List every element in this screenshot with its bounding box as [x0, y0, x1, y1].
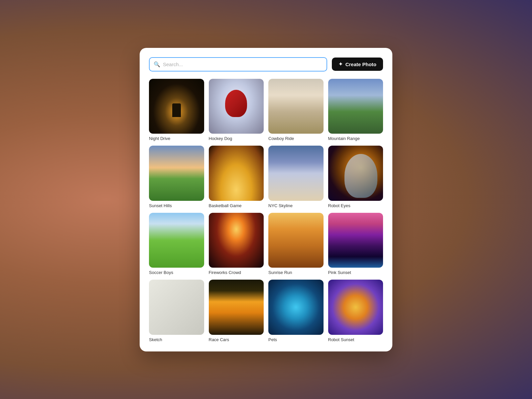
create-photo-button[interactable]: ✦ Create Photo [332, 58, 383, 71]
photo-race-cars [209, 280, 264, 335]
main-panel: 🔍 ✦ Create Photo Night DriveHockey DogCo… [140, 48, 392, 351]
photo-night-drive [149, 79, 204, 134]
photo-label-robot2: Robot Sunset [328, 337, 383, 342]
photo-sunset-hills [149, 146, 204, 201]
grid-item-pink-sunset[interactable]: Pink Sunset [328, 213, 383, 275]
photo-sunrise-run [268, 213, 324, 268]
photo-grid: Night DriveHockey DogCowboy RideMountain… [149, 79, 383, 342]
header: 🔍 ✦ Create Photo [149, 57, 383, 71]
photo-pets [268, 280, 324, 335]
search-wrapper: 🔍 [149, 57, 327, 71]
photo-label-race-cars: Race Cars [209, 337, 264, 342]
photo-label-sunrise-run: Sunrise Run [268, 270, 324, 275]
photo-label-robot-eyes: Robot Eyes [328, 203, 383, 208]
photo-robot2 [328, 280, 383, 335]
photo-label-sunset-hills: Sunset Hills [149, 203, 204, 208]
photo-pink-sunset [328, 213, 383, 268]
search-input[interactable] [149, 57, 327, 71]
photo-cowboy-ride [268, 79, 324, 134]
grid-item-fireworks-crowd[interactable]: Fireworks Crowd [209, 213, 264, 275]
photo-label-nyc-skyline: NYC Skyline [268, 203, 324, 208]
photo-robot-eyes [328, 146, 383, 201]
grid-item-robot2[interactable]: Robot Sunset [328, 280, 383, 342]
photo-fireworks-crowd [209, 213, 264, 268]
create-button-label: Create Photo [345, 62, 376, 67]
photo-mountain-range [328, 79, 383, 134]
search-icon: 🔍 [154, 61, 160, 67]
grid-item-nyc-skyline[interactable]: NYC Skyline [268, 146, 324, 208]
grid-item-basketball-game[interactable]: Basketball Game [209, 146, 264, 208]
photo-nyc-skyline [268, 146, 324, 201]
photo-soccer-boys [149, 213, 204, 268]
photo-label-sketch: Sketch [149, 337, 204, 342]
photo-label-basketball-game: Basketball Game [209, 203, 264, 208]
create-icon: ✦ [338, 61, 343, 67]
photo-label-fireworks-crowd: Fireworks Crowd [209, 270, 264, 275]
grid-item-mountain-range[interactable]: Mountain Range [328, 79, 383, 141]
photo-label-pink-sunset: Pink Sunset [328, 270, 383, 275]
grid-item-night-drive[interactable]: Night Drive [149, 79, 204, 141]
grid-item-pets[interactable]: Pets [268, 280, 324, 342]
photo-label-night-drive: Night Drive [149, 136, 204, 141]
grid-item-sunrise-run[interactable]: Sunrise Run [268, 213, 324, 275]
photo-hockey-dog [209, 79, 264, 134]
grid-item-race-cars[interactable]: Race Cars [209, 280, 264, 342]
photo-label-hockey-dog: Hockey Dog [209, 136, 264, 141]
grid-item-hockey-dog[interactable]: Hockey Dog [209, 79, 264, 141]
photo-label-pets: Pets [268, 337, 324, 342]
grid-item-soccer-boys[interactable]: Soccer Boys [149, 213, 204, 275]
photo-label-cowboy-ride: Cowboy Ride [268, 136, 324, 141]
grid-item-sketch[interactable]: Sketch [149, 280, 204, 342]
photo-label-mountain-range: Mountain Range [328, 136, 383, 141]
grid-item-sunset-hills[interactable]: Sunset Hills [149, 146, 204, 208]
photo-sketch [149, 280, 204, 335]
grid-item-cowboy-ride[interactable]: Cowboy Ride [268, 79, 324, 141]
photo-label-soccer-boys: Soccer Boys [149, 270, 204, 275]
grid-item-robot-eyes[interactable]: Robot Eyes [328, 146, 383, 208]
photo-basketball-game [209, 146, 264, 201]
